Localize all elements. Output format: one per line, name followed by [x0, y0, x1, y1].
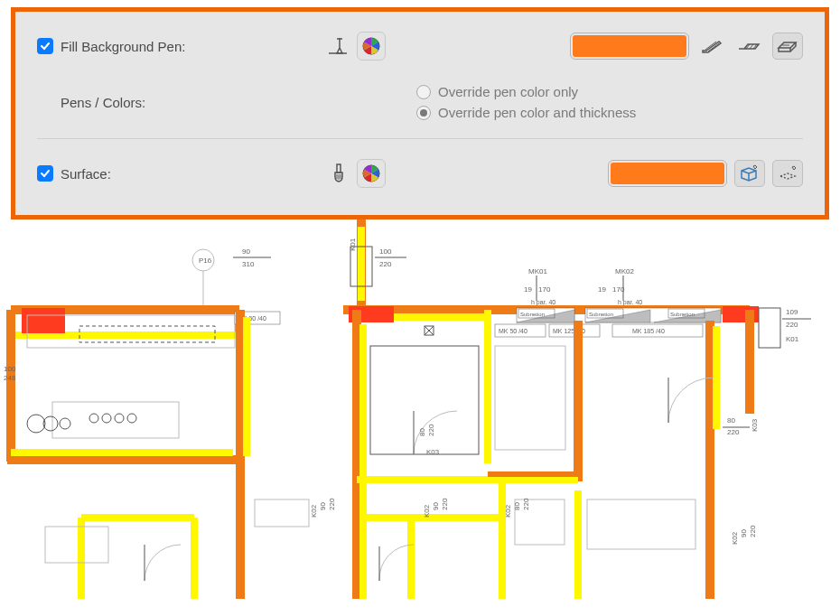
- svg-point-83: [102, 414, 111, 423]
- pen-nib-icon: [326, 33, 351, 59]
- svg-text:220: 220: [522, 498, 530, 510]
- hatch-solid-icon[interactable]: [696, 33, 727, 60]
- color-wheel-button[interactable]: [357, 159, 386, 188]
- svg-text:100: 100: [379, 247, 392, 256]
- svg-rect-116: [255, 499, 309, 527]
- svg-text:MK 50 /40: MK 50 /40: [499, 328, 527, 334]
- surface-row: Surface:: [37, 154, 803, 193]
- svg-text:80: 80: [727, 416, 735, 425]
- svg-text:Subnetion: Subnetion: [520, 312, 545, 317]
- svg-text:P16: P16: [199, 257, 212, 265]
- svg-text:K03: K03: [426, 448, 440, 456]
- svg-rect-10: [337, 164, 341, 173]
- svg-rect-94: [495, 346, 565, 450]
- hatch-3d-icon[interactable]: [772, 33, 803, 60]
- override-color-only-radio[interactable]: Override pen color only: [416, 84, 803, 99]
- svg-text:248: 248: [4, 374, 16, 382]
- hatch-linear-icon[interactable]: [734, 33, 765, 60]
- svg-text:90: 90: [242, 247, 250, 256]
- svg-rect-81: [52, 402, 179, 438]
- svg-rect-115: [45, 527, 108, 563]
- svg-point-86: [27, 415, 45, 433]
- svg-text:MK 185 /40: MK 185 /40: [632, 328, 665, 334]
- fill-background-pen-label: Fill Background Pen:: [61, 39, 185, 54]
- svg-text:K02: K02: [504, 504, 512, 518]
- svg-text:K03: K03: [751, 418, 759, 432]
- svg-text:100: 100: [4, 365, 16, 373]
- svg-text:K01: K01: [786, 335, 799, 343]
- svg-text:K02: K02: [310, 504, 318, 518]
- surface-label: Surface:: [61, 166, 111, 182]
- swatch-color: [573, 35, 686, 57]
- divider: [37, 138, 803, 139]
- svg-text:109: 109: [786, 308, 798, 316]
- floor-paint-icon[interactable]: [772, 160, 803, 187]
- svg-text:h par. 40: h par. 40: [618, 299, 642, 306]
- radio-icon: [416, 85, 431, 99]
- svg-text:19: 19: [524, 285, 532, 294]
- radio-icon: [416, 106, 431, 120]
- svg-text:90: 90: [740, 529, 748, 537]
- svg-text:MK01: MK01: [528, 267, 547, 275]
- svg-text:220: 220: [749, 525, 757, 537]
- swatch-color: [611, 163, 724, 184]
- svg-text:80: 80: [418, 428, 426, 436]
- svg-text:170: 170: [612, 285, 625, 294]
- svg-text:170: 170: [538, 285, 551, 294]
- svg-text:220: 220: [379, 260, 392, 268]
- override-color-thickness-label: Override pen color and thickness: [438, 105, 636, 120]
- svg-text:220: 220: [786, 321, 798, 329]
- override-color-only-label: Override pen color only: [438, 84, 578, 99]
- fill-background-color-swatch[interactable]: [570, 33, 689, 60]
- graphic-override-panel: Fill Background Pen:: [11, 7, 829, 219]
- pens-colors-row: Pens / Colors: Override pen color only O…: [37, 82, 803, 122]
- svg-point-85: [127, 414, 136, 423]
- svg-text:80: 80: [513, 502, 521, 510]
- cube-paint-icon[interactable]: [734, 160, 765, 187]
- override-color-thickness-radio[interactable]: Override pen color and thickness: [416, 105, 803, 120]
- svg-text:h par. 40: h par. 40: [531, 299, 555, 306]
- svg-rect-61: [759, 308, 780, 348]
- floor-plan-viewport[interactable]: P16 90 310 K01 100 220 MK01 MK02 19 170 …: [0, 219, 840, 599]
- surface-color-swatch[interactable]: [608, 160, 727, 187]
- svg-text:Subnetion: Subnetion: [670, 312, 695, 317]
- svg-rect-41: [22, 308, 65, 333]
- svg-rect-118: [587, 499, 695, 549]
- svg-text:90: 90: [319, 502, 327, 510]
- svg-text:K01: K01: [349, 238, 357, 251]
- svg-text:310: 310: [242, 260, 255, 268]
- svg-text:19: 19: [598, 285, 606, 294]
- svg-text:220: 220: [427, 424, 435, 436]
- svg-text:220: 220: [441, 498, 449, 510]
- svg-text:K02: K02: [731, 531, 739, 545]
- svg-point-84: [115, 414, 124, 423]
- svg-text:220: 220: [328, 498, 336, 510]
- svg-text:Subnetion: Subnetion: [589, 312, 613, 317]
- svg-rect-93: [370, 346, 479, 454]
- svg-text:MK02: MK02: [615, 267, 634, 275]
- pens-colors-label: Pens / Colors:: [61, 95, 145, 110]
- color-wheel-button[interactable]: [357, 32, 386, 61]
- surface-checkbox[interactable]: [37, 165, 53, 182]
- svg-text:K02: K02: [423, 504, 431, 518]
- fill-background-pen-checkbox[interactable]: [37, 38, 53, 54]
- brush-icon: [326, 161, 351, 186]
- svg-point-82: [89, 414, 98, 423]
- svg-text:90: 90: [432, 502, 440, 510]
- fill-background-pen-row: Fill Background Pen:: [37, 26, 803, 66]
- svg-point-88: [60, 418, 70, 429]
- svg-text:220: 220: [727, 428, 740, 436]
